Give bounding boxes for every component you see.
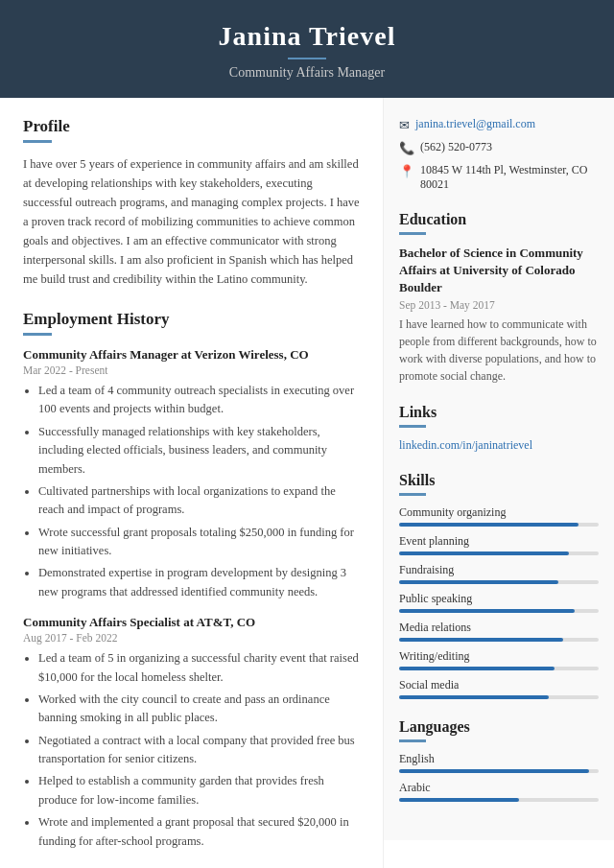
languages-underline	[399, 739, 426, 742]
contact-address: 📍 10845 W 114th Pl, Westminster, CO 8002…	[399, 163, 599, 192]
lang-bar-fill	[399, 798, 519, 802]
skill-bar-bg	[399, 695, 599, 699]
education-title: Education	[399, 211, 599, 228]
job-1-bullet-1: Led a team of 4 community outreach speci…	[38, 382, 360, 419]
employment-title: Employment History	[23, 310, 360, 329]
skill-bar-bg	[399, 523, 599, 527]
job-2-bullet-3: Negotiated a contract with a local compa…	[38, 732, 360, 769]
job-2-bullet-2: Worked with the city council to create a…	[38, 691, 360, 728]
email-icon: ✉	[399, 118, 410, 133]
skill-name: Event planning	[399, 534, 599, 549]
skill-bar-fill	[399, 667, 555, 670]
job-1-bullet-4: Wrote successful grant proposals totalin…	[38, 524, 360, 561]
skill-bar-bg	[399, 580, 599, 584]
job-1-date: Mar 2022 - Present	[23, 364, 360, 376]
job-2-title: Community Affairs Specialist at AT&T, CO	[23, 615, 360, 630]
location-icon: 📍	[399, 164, 414, 179]
skill-bar-fill	[399, 609, 575, 613]
skills-underline	[399, 493, 426, 496]
skill-item: Event planning	[399, 534, 599, 555]
right-column: ✉ janina.trievel@gmail.com 📞 (562) 520-0…	[384, 98, 614, 840]
education-underline	[399, 232, 426, 235]
skill-item: Media relations	[399, 621, 599, 642]
job-2: Community Affairs Specialist at AT&T, CO…	[23, 615, 360, 851]
profile-section: Profile I have over 5 years of experienc…	[23, 117, 360, 289]
skill-bar-bg	[399, 638, 599, 642]
skill-bar-fill	[399, 551, 569, 555]
job-1-bullets: Led a team of 4 community outreach speci…	[23, 382, 360, 601]
lang-bar-bg	[399, 769, 599, 773]
edu-desc: I have learned how to communicate with p…	[399, 316, 599, 385]
skill-item: Community organizing	[399, 505, 599, 527]
lang-bar-fill	[399, 769, 589, 773]
skill-bar-fill	[399, 638, 563, 642]
phone-number: (562) 520-0773	[420, 140, 492, 154]
profile-title: Profile	[23, 117, 360, 136]
language-item: Arabic	[399, 781, 599, 802]
skill-item: Writing/editing	[399, 649, 599, 670]
job-1: Community Affairs Manager at Verizon Wir…	[23, 347, 360, 601]
skill-item: Public speaking	[399, 592, 599, 613]
left-column: Profile I have over 5 years of experienc…	[0, 98, 384, 868]
linkedin-link[interactable]: linkedin.com/in/janinatrievel	[399, 438, 532, 452]
job-2-bullet-5: Wrote and implemented a grant proposal t…	[38, 813, 360, 851]
job-2-date: Aug 2017 - Feb 2022	[23, 632, 360, 644]
job-1-bullet-2: Successfully managed relationships with …	[38, 423, 360, 479]
resume-header: Janina Trievel Community Affairs Manager	[0, 0, 614, 98]
skills-list: Community organizing Event planning Fund…	[399, 505, 599, 699]
language-item: English	[399, 752, 599, 773]
main-content: Profile I have over 5 years of experienc…	[0, 98, 614, 868]
skill-name: Media relations	[399, 621, 599, 635]
employment-section: Employment History Community Affairs Man…	[23, 310, 360, 851]
skill-name: Writing/editing	[399, 649, 599, 664]
contact-email: ✉ janina.trievel@gmail.com	[399, 117, 599, 133]
skill-name: Public speaking	[399, 592, 599, 606]
phone-icon: 📞	[399, 141, 414, 156]
job-1-title: Community Affairs Manager at Verizon Wir…	[23, 347, 360, 363]
skills-title: Skills	[399, 472, 599, 489]
skills-section: Skills Community organizing Event planni…	[399, 472, 599, 699]
edu-date: Sep 2013 - May 2017	[399, 299, 599, 311]
links-section: Links linkedin.com/in/janinatrievel	[399, 404, 599, 453]
job-2-bullets: Led a team of 5 in organizing a successf…	[23, 649, 360, 851]
skill-item: Fundraising	[399, 563, 599, 584]
contact-phone: 📞 (562) 520-0773	[399, 140, 599, 156]
skill-name: Social media	[399, 678, 599, 692]
languages-title: Languages	[399, 718, 599, 736]
job-1-bullet-3: Cultivated partnerships with local organ…	[38, 482, 360, 520]
skill-name: Fundraising	[399, 563, 599, 577]
employment-underline	[23, 333, 52, 336]
skill-name: Community organizing	[399, 505, 599, 520]
lang-bar-bg	[399, 798, 599, 802]
address-text: 10845 W 114th Pl, Westminster, CO 80021	[420, 163, 599, 192]
languages-list: English Arabic	[399, 752, 599, 802]
skill-item: Social media	[399, 678, 599, 699]
job-2-bullet-1: Led a team of 5 in organizing a successf…	[38, 649, 360, 687]
profile-text: I have over 5 years of experience in com…	[23, 154, 360, 289]
lang-name: Arabic	[399, 781, 599, 795]
email-link[interactable]: janina.trievel@gmail.com	[415, 117, 535, 131]
job-1-bullet-5: Demonstrated expertise in program develo…	[38, 564, 360, 601]
candidate-title: Community Affairs Manager	[19, 65, 595, 81]
skill-bar-fill	[399, 523, 579, 527]
skill-bar-bg	[399, 551, 599, 555]
education-section: Education Bachelor of Science in Communi…	[399, 211, 599, 385]
edu-degree: Bachelor of Science in Community Affairs…	[399, 245, 599, 297]
candidate-name: Janina Trievel	[19, 21, 595, 52]
links-title: Links	[399, 404, 599, 421]
links-underline	[399, 425, 426, 428]
job-2-bullet-4: Helped to establish a community garden t…	[38, 772, 360, 809]
skill-bar-fill	[399, 695, 549, 699]
profile-underline	[23, 140, 52, 143]
skill-bar-bg	[399, 667, 599, 670]
skill-bar-bg	[399, 609, 599, 613]
contact-section: ✉ janina.trievel@gmail.com 📞 (562) 520-0…	[399, 117, 599, 192]
lang-name: English	[399, 752, 599, 766]
skill-bar-fill	[399, 580, 558, 584]
languages-section: Languages English Arabic	[399, 718, 599, 802]
header-divider	[288, 58, 326, 59]
